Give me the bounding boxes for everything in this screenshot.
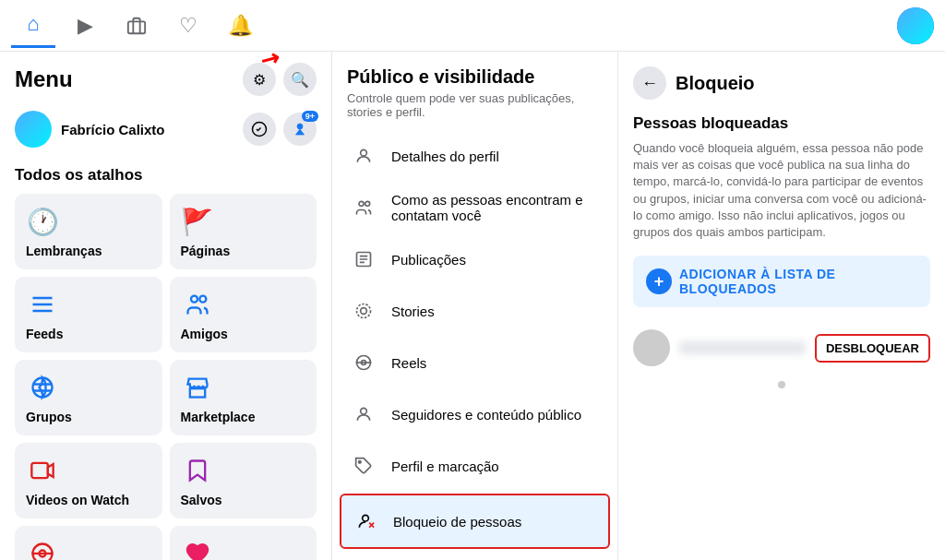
profile-name: Fabrício Calixto [61, 122, 165, 137]
settings-label-marcacao: Perfil e marcação [391, 459, 499, 474]
shortcut-marketplace[interactable]: Marketplace [170, 360, 317, 435]
settings-item-status[interactable]: Status online [332, 551, 617, 560]
right-panel-title: Bloqueio [676, 73, 755, 94]
svg-point-11 [361, 149, 367, 156]
red-arrow-indicator: ↗ [256, 52, 284, 75]
bloqueio-description: Quando você bloqueia alguém, essa pessoa… [633, 140, 930, 241]
svg-point-3 [191, 296, 197, 303]
notification-badge: 9+ [302, 111, 318, 122]
settings-item-stories[interactable]: Stories [332, 285, 617, 337]
settings-item-encontrar[interactable]: Como as pessoas encontram e contatam voc… [332, 182, 617, 233]
shortcut-icon-marketplace [181, 371, 214, 404]
shortcut-icon-lembranças: 🕐 [26, 205, 59, 238]
shortcut-icon-paginas: 🚩 [181, 205, 214, 238]
settings-label-bloqueio: Bloqueio de pessoas [393, 514, 521, 530]
menu-icons: ⚙ ↗ 🔍 [243, 63, 317, 96]
settings-item-reels[interactable]: Reels [332, 337, 617, 388]
shortcut-label-paginas: Páginas [181, 244, 306, 258]
middle-panel: Público e visibilidade Controle quem pod… [332, 52, 618, 560]
svg-rect-6 [189, 388, 204, 397]
scroll-indicator [778, 381, 785, 388]
shortcut-reels[interactable]: Reels [15, 526, 162, 560]
shortcut-feeds[interactable]: Feeds [15, 277, 162, 352]
shortcut-icon-amigos [181, 288, 214, 321]
settings-item-bloqueio[interactable]: Bloqueio de pessoas [340, 494, 610, 549]
blocked-user-row: DESBLOQUEAR [633, 322, 930, 374]
shortcut-label-feeds: Feeds [26, 327, 151, 341]
top-navigation: ⌂ ▶ ♡ 🔔 [0, 0, 945, 52]
search-button[interactable]: 🔍 [283, 63, 317, 96]
back-button[interactable]: ← [633, 66, 666, 100]
nav-home[interactable]: ⌂ [11, 4, 55, 48]
shortcut-paginas[interactable]: 🚩 Páginas [170, 194, 317, 269]
shortcut-icon-grupos [26, 371, 59, 404]
svg-point-12 [359, 201, 364, 206]
svg-point-13 [365, 201, 370, 206]
settings-label-perfil: Detalhes do perfil [391, 149, 499, 164]
settings-icon-bloqueio [349, 505, 382, 538]
menu-header: Menu ⚙ ↗ 🔍 [0, 52, 331, 103]
svg-rect-0 [128, 21, 145, 33]
settings-section-title-1: Público e visibilidade [332, 66, 617, 91]
shortcut-label-lembranças: Lembranças [26, 244, 151, 258]
shortcut-label-marketplace: Marketplace [181, 410, 306, 424]
shortcut-lembranças[interactable]: 🕐 Lembranças [15, 194, 162, 269]
svg-point-15 [361, 308, 367, 315]
settings-button[interactable]: ⚙ ↗ [243, 63, 276, 96]
shortcut-grupos[interactable]: Grupos [15, 360, 162, 435]
svg-rect-7 [31, 463, 48, 478]
shortcut-label-videos: Videos on Watch [26, 493, 151, 507]
settings-item-marcacao[interactable]: Perfil e marcação [332, 440, 617, 492]
settings-icon-publicacoes [347, 243, 380, 276]
left-panel: Menu ⚙ ↗ 🔍 Fabrício Calixto [0, 52, 332, 560]
bloqueio-section-title: Pessoas bloqueadas [633, 114, 930, 133]
settings-icon-stories [347, 294, 380, 328]
settings-item-seguidores[interactable]: Seguidores e conteúdo público [332, 388, 617, 440]
svg-point-21 [359, 461, 362, 464]
settings-label-publicacoes: Publicações [391, 252, 466, 268]
blocked-user-avatar [633, 329, 670, 366]
settings-label-seguidores: Seguidores e conteúdo público [391, 407, 581, 423]
add-btn-label: ADICIONAR À LISTA DE BLOQUEADOS [679, 267, 917, 296]
right-panel-header: ← Bloqueio [633, 66, 930, 100]
nav-bell[interactable]: 🔔 [218, 4, 262, 48]
shortcut-namoro[interactable]: Namoro [170, 526, 317, 560]
shortcut-videos[interactable]: Videos on Watch [15, 443, 162, 518]
nav-video[interactable]: ▶ [63, 4, 107, 48]
shortcut-label-grupos: Grupos [26, 410, 151, 424]
shortcut-amigos[interactable]: Amigos [170, 277, 317, 352]
shortcut-icon-reels [26, 537, 59, 560]
nav-store[interactable] [114, 4, 159, 48]
settings-label-encontrar: Como as pessoas encontram e contatam voc… [391, 192, 603, 223]
svg-point-22 [363, 515, 369, 521]
shortcut-label-salvos: Salvos [181, 493, 306, 507]
notifications-button[interactable]: 9+ [283, 113, 317, 146]
settings-icon-seguidores [347, 398, 380, 431]
settings-item-perfil[interactable]: Detalhes do perfil [332, 130, 617, 182]
shortcut-label-amigos: Amigos [181, 327, 306, 341]
profile-actions: 9+ [243, 113, 317, 146]
profile-avatar [15, 111, 52, 148]
profile-left[interactable]: Fabrício Calixto [15, 111, 165, 148]
shortcut-salvos[interactable]: Salvos [170, 443, 317, 518]
shortcuts-grid: 🕐 Lembranças 🚩 Páginas Feeds Amigos [0, 190, 331, 560]
settings-icon-marcacao [347, 449, 380, 483]
profile-row: Fabrício Calixto 9+ [0, 103, 331, 155]
settings-label-stories: Stories [391, 304, 435, 319]
shortcut-icon-namoro [181, 537, 214, 560]
add-to-blocked-list-button[interactable]: + ADICIONAR À LISTA DE BLOQUEADOS [633, 256, 930, 307]
unblock-button[interactable]: DESBLOQUEAR [815, 334, 930, 363]
menu-title: Menu [15, 66, 73, 92]
right-panel: ← Bloqueio Pessoas bloqueadas Quando voc… [618, 52, 945, 560]
nav-avatar[interactable] [897, 7, 934, 44]
main-layout: Menu ⚙ ↗ 🔍 Fabrício Calixto [0, 52, 945, 560]
messenger-button[interactable] [243, 113, 276, 146]
nav-heart[interactable]: ♡ [166, 4, 210, 48]
settings-section-visibility: Público e visibilidade Controle quem pod… [332, 52, 617, 560]
settings-icon-reels [347, 346, 380, 379]
settings-item-publicacoes[interactable]: Publicações [332, 233, 617, 285]
settings-label-reels: Reels [391, 355, 426, 371]
settings-icon-encontrar [347, 191, 380, 224]
shortcut-icon-videos [26, 454, 59, 487]
shortcut-icon-salvos [181, 454, 214, 487]
